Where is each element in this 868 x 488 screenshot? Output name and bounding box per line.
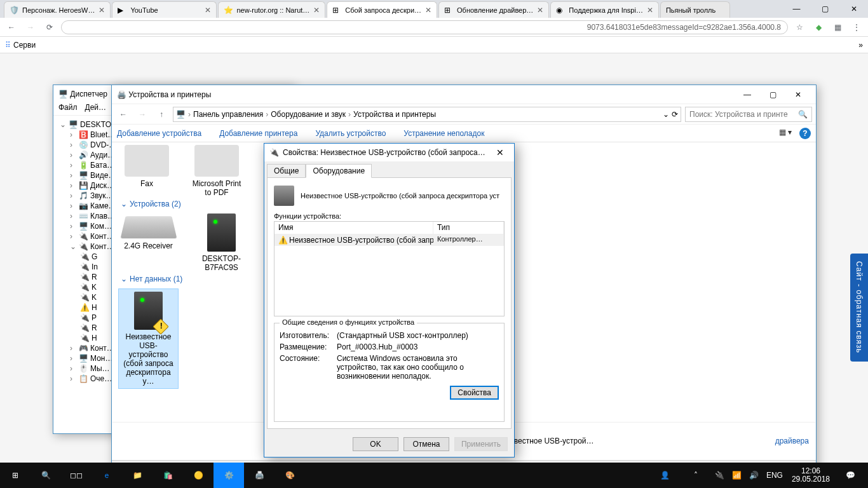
printer-item[interactable]: Fax <box>118 145 175 197</box>
tab-hardware[interactable]: Оборудование <box>306 164 372 178</box>
star-icon[interactable]: ☆ <box>792 20 807 35</box>
close-icon[interactable]: ✕ <box>425 6 431 15</box>
url-input[interactable]: 9073.6418031e5de83messageId=c9282ae1.356… <box>61 20 788 34</box>
column-name[interactable]: Имя <box>275 222 433 234</box>
explorer-taskbar-icon[interactable]: 📁 <box>122 463 153 488</box>
item-label: Fax <box>118 179 175 188</box>
battery-icon[interactable]: 🔌 <box>711 463 728 488</box>
maximize-button[interactable]: ▢ <box>811 0 839 18</box>
search-icon[interactable]: 🔍 <box>798 110 808 119</box>
view-options-button[interactable]: ▦ ▾ <box>779 128 792 139</box>
maximize-button[interactable]: ▢ <box>760 86 785 104</box>
tree-label: Мон… <box>90 354 112 363</box>
settings-taskbar-icon[interactable]: ⚙️ <box>214 463 244 488</box>
reload-button[interactable]: ⟳ <box>42 20 57 35</box>
extension-icon[interactable]: ▦ <box>830 20 845 35</box>
menu-action[interactable]: Дей… <box>85 103 107 115</box>
browser-tab[interactable]: Пьяный тролль <box>660 1 730 18</box>
chevron-right-icon[interactable]: › <box>348 110 351 119</box>
add-printer-button[interactable]: Добавление принтера <box>219 129 297 138</box>
search-box[interactable]: 🔍 <box>685 107 812 122</box>
list-row[interactable]: ⚠️Неизвестное USB-устройство (сбой запро… <box>275 234 504 246</box>
cancel-button[interactable]: Отмена <box>403 437 449 451</box>
forward-button[interactable]: → <box>23 20 38 35</box>
up-button[interactable]: ↑ <box>154 107 169 122</box>
close-button[interactable]: ✕ <box>839 0 868 18</box>
ok-button[interactable]: OK <box>353 437 398 451</box>
extension-icon[interactable]: ◆ <box>811 20 826 35</box>
chevron-right-icon[interactable]: › <box>188 110 191 119</box>
menu-file[interactable]: Файл <box>58 103 78 115</box>
refresh-icon[interactable]: ⟳ <box>672 110 678 119</box>
breadcrumb-item[interactable]: Оборудование и звук <box>271 110 346 119</box>
apply-button[interactable]: Применить <box>454 437 508 451</box>
unknown-device-selected[interactable]: Неизвестное USB-устройство (сбой запроса… <box>118 288 179 389</box>
dialog-titlebar[interactable]: 🔌 Свойства: Неизвестное USB-устройство (… <box>264 144 514 161</box>
browser-tab[interactable]: ▶YouTube✕ <box>112 1 217 18</box>
start-button[interactable]: ⊞ <box>0 463 31 488</box>
close-icon[interactable]: ✕ <box>647 6 653 15</box>
add-device-button[interactable]: Добавление устройства <box>117 129 201 138</box>
chrome-taskbar-icon[interactable]: 🟡 <box>183 463 214 488</box>
device-item[interactable]: DESKTOP-B7FAC9S <box>191 214 252 272</box>
device-functions-list[interactable]: Имя Тип ⚠️Неизвестное USB-устройство (сб… <box>274 221 505 316</box>
breadcrumb[interactable]: 🖥️› Панель управления› Оборудование и зв… <box>173 107 681 122</box>
people-icon[interactable]: 👤 <box>650 463 681 488</box>
browser-tab[interactable]: ◉Поддержка для Inspi…✕ <box>550 1 659 18</box>
close-icon[interactable]: ✕ <box>313 6 320 15</box>
collapse-icon[interactable]: ⌄ <box>70 242 76 251</box>
minimize-button[interactable]: — <box>735 86 760 104</box>
tray-expand-icon[interactable]: ˄ <box>681 463 711 488</box>
paint-taskbar-icon[interactable]: 🎨 <box>275 463 305 488</box>
close-icon[interactable]: ✕ <box>205 6 211 15</box>
device-item[interactable]: 2.4G Receiver <box>118 214 179 272</box>
browser-tab[interactable]: 🛡️Персонаж. HeroesW…✕ <box>4 1 111 18</box>
dropdown-icon[interactable]: ⌄ <box>663 110 669 119</box>
toolbar: Добавление устройства Добавление принтер… <box>112 125 816 142</box>
devices-taskbar-icon[interactable]: 🖨️ <box>244 463 275 488</box>
expand-icon[interactable]: › <box>70 130 76 139</box>
notifications-icon[interactable]: 💬 <box>835 463 865 488</box>
volume-icon[interactable]: 🔊 <box>745 463 763 488</box>
close-icon[interactable]: ✕ <box>537 6 543 15</box>
driver-link[interactable]: драйвера <box>775 437 809 445</box>
forward-button[interactable]: → <box>135 107 150 122</box>
nav-bar: ← → ↑ 🖥️› Панель управления› Оборудовани… <box>112 104 816 125</box>
language-indicator[interactable]: ENG <box>763 463 787 488</box>
store-taskbar-icon[interactable]: 🛍️ <box>153 463 183 488</box>
wifi-icon[interactable]: 📶 <box>728 463 745 488</box>
close-button[interactable]: ✕ <box>491 144 509 161</box>
properties-button[interactable]: Свойства <box>450 386 499 400</box>
printer-item[interactable]: Microsoft Print to PDF <box>188 145 245 197</box>
search-input[interactable] <box>689 110 798 119</box>
remove-device-button[interactable]: Удалить устройство <box>315 129 386 138</box>
back-button[interactable]: ← <box>4 20 19 35</box>
bookmarks-overflow-icon[interactable]: » <box>858 41 863 50</box>
task-view-button[interactable]: ◻◻ <box>61 463 92 488</box>
browser-tab[interactable]: ⊞Обновление драйвер…✕ <box>438 1 549 18</box>
edge-taskbar-icon[interactable]: ｅ <box>92 463 122 488</box>
menu-icon[interactable]: ⋮ <box>849 20 864 35</box>
minimize-button[interactable]: — <box>782 0 811 18</box>
browser-tab-active[interactable]: ⊞Сбой запроса дескри…✕ <box>327 1 437 18</box>
collapse-icon[interactable]: ⌄ <box>60 120 66 129</box>
apps-button[interactable]: ⠿Серви <box>5 41 36 50</box>
window-titlebar[interactable]: 🖨️ Устройства и принтеры — ▢ ✕ <box>112 85 816 104</box>
breadcrumb-item[interactable]: Устройства и принтеры <box>353 110 436 119</box>
close-icon[interactable]: ✕ <box>98 6 105 15</box>
troubleshoot-button[interactable]: Устранение неполадок <box>403 129 484 138</box>
back-button[interactable]: ← <box>116 107 131 122</box>
clock[interactable]: 12:06 29.05.2018 <box>787 467 835 484</box>
column-type[interactable]: Тип <box>433 222 504 234</box>
search-button[interactable]: 🔍 <box>31 463 61 488</box>
feedback-tab[interactable]: Сайт - обратная связь <box>850 254 868 362</box>
collapse-icon[interactable]: ⌄ <box>121 274 127 283</box>
list-header: Имя Тип <box>275 222 504 234</box>
browser-tab[interactable]: ⭐new-rutor.org :: Narut…✕ <box>218 1 325 18</box>
help-icon[interactable]: ? <box>799 128 811 139</box>
close-button[interactable]: ✕ <box>785 86 811 104</box>
tab-general[interactable]: Общие <box>267 164 306 178</box>
collapse-icon[interactable]: ⌄ <box>121 200 127 208</box>
breadcrumb-item[interactable]: Панель управления <box>193 110 263 119</box>
chevron-right-icon[interactable]: › <box>266 110 268 119</box>
